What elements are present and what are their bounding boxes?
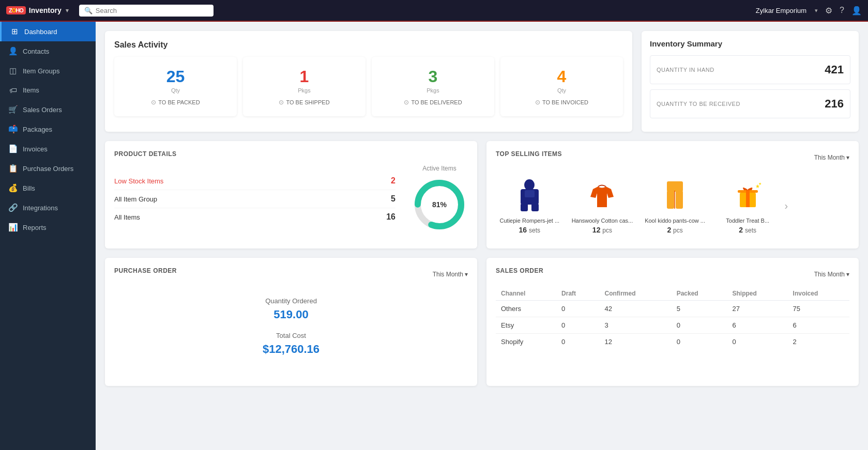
sales-order-panel: SALES ORDER This Month ▾ Channel Draft C… [486,258,859,386]
app-dropdown-arrow[interactable]: ▾ [66,7,69,14]
low-stock-count: 2 [391,176,395,185]
po-cost-label: Total Cost [114,332,468,339]
search-icon: 🔍 [84,7,93,14]
activity-card-invoiced[interactable]: 4 Qty ⊙ TO BE INVOICED [500,57,623,116]
purchase-orders-icon: 📋 [8,164,18,173]
settings-icon[interactable]: ⚙ [825,6,832,15]
sidebar-item-invoices[interactable]: 📄 Invoices [0,139,96,159]
row-confirmed: 42 [600,301,672,317]
row-confirmed: 12 [600,334,672,350]
sidebar-item-contacts[interactable]: 👤 Contacts [0,41,96,61]
low-stock-row[interactable]: Low Stock Items 2 [114,172,395,190]
svg-rect-9 [676,191,683,209]
top-item-4-img: ★ ★ [732,177,763,213]
product-details-inner: Low Stock Items 2 All Item Group 5 All I… [114,165,468,233]
top-item-3-img [660,177,691,213]
so-period-btn[interactable]: This Month ▾ [814,271,849,278]
top-item-3-qty: 2 pcs [644,226,706,234]
avatar[interactable]: 👤 [851,6,862,15]
delivered-status-icon: ⊙ [404,99,409,106]
top-item-1-name: Cutiepie Rompers-jet ... [499,218,560,224]
topbar-right: Zylkar Emporium ▾ ⚙ ? 👤 [756,6,862,15]
svg-rect-8 [667,191,674,209]
row-invoiced: 2 [788,334,849,350]
sidebar-item-packages[interactable]: 📫 Packages [0,119,96,139]
product-details-panel: PRODUCT DETAILS Low Stock Items 2 All It… [105,141,477,249]
inventory-summary-title: Inventory Summary [650,39,850,48]
row-packed: 0 [672,317,727,334]
top-selling-header: TOP SELLING ITEMS This Month ▾ [496,150,849,165]
zoho-logo: ZOHO [6,6,26,14]
row-packed: 0 [672,334,727,350]
top-selling-next-arrow[interactable]: › [785,200,788,212]
activity-card-packed[interactable]: 25 Qty ⊙ TO BE PACKED [114,57,237,116]
items-icon: 🏷 [8,86,18,95]
svg-rect-7 [667,181,683,192]
logo: ZOHO Inventory ▾ [6,6,69,14]
purchase-order-panel: PURCHASE ORDER This Month ▾ Quantity Ord… [105,258,477,386]
so-table-body: Others 0 42 5 27 75 Etsy 0 3 0 6 6 Shopi… [496,301,849,350]
search-bar[interactable]: 🔍 [79,5,214,17]
delivered-number: 3 [380,67,486,86]
period-arrow: ▾ [846,154,849,161]
row-channel: Etsy [496,317,556,334]
top-item-2-name: Hanswooly Cotton cas... [572,218,633,224]
row-draft: 0 [556,334,599,350]
qty-to-receive-label: QUANTITY TO BE RECEIVED [657,101,740,107]
activity-card-delivered[interactable]: 3 Pkgs ⊙ TO BE DELIVERED [372,57,494,116]
top-item-2-img [587,177,618,213]
period-label: This Month [814,154,845,161]
so-period-label: This Month [814,271,845,278]
top-selling-period[interactable]: This Month ▾ [814,154,849,161]
sidebar-item-integrations[interactable]: 🔗 Integrations [0,198,96,218]
inventory-summary-panel: Inventory Summary QUANTITY IN HAND 421 Q… [642,31,859,132]
row-draft: 0 [556,301,599,317]
top-selling-panel: TOP SELLING ITEMS This Month ▾ [486,141,859,249]
top-item-4-unit: sets [745,227,756,234]
search-input[interactable] [96,7,208,14]
sidebar-item-purchase-orders[interactable]: 📋 Purchase Orders [0,159,96,178]
reports-icon: 📊 [8,223,18,232]
row-invoiced: 75 [788,301,849,317]
all-items-label: All Items [114,213,140,221]
activity-card-shipped[interactable]: 1 Pkgs ⊙ TO BE SHIPPED [243,57,366,116]
svg-rect-5 [531,204,539,211]
dashboard-icon: ⊞ [10,27,19,36]
table-row: Shopify 0 12 0 0 2 [496,334,849,350]
all-items-row: All Items 16 [114,208,395,226]
org-name: Zylkar Emporium [756,7,806,14]
po-content: Quantity Ordered 519.00 Total Cost $12,7… [114,287,468,377]
sales-activity-panel: Sales Activity 25 Qty ⊙ TO BE PACKED 1 P… [105,31,632,132]
sidebar-item-reports[interactable]: 📊 Reports [0,218,96,237]
sidebar-item-sales-orders[interactable]: 🛒 Sales Orders [0,100,96,119]
sidebar-item-label: Integrations [23,204,58,212]
po-period-btn[interactable]: This Month ▾ [433,271,468,278]
product-details-title: PRODUCT DETAILS [114,150,468,158]
sidebar-item-label: Bills [23,184,35,192]
low-stock-label[interactable]: Low Stock Items [114,177,163,185]
shipped-status: ⊙ TO BE SHIPPED [251,99,357,106]
sidebar-item-items[interactable]: 🏷 Items [0,81,96,100]
contacts-icon: 👤 [8,46,18,56]
qty-in-hand-label: QUANTITY IN HAND [657,67,714,73]
sidebar-item-label: Purchase Orders [23,165,73,173]
top-item-1-qty: 16 sets [499,226,560,234]
sidebar-item-item-groups[interactable]: ◫ Item Groups [0,61,96,81]
sidebar-item-dashboard[interactable]: ⊞ Dashboard [0,22,96,41]
donut-chart-container: Active Items 81% [411,165,468,233]
sidebar-item-label: Dashboard [24,28,57,36]
top-item-2-unit: pcs [602,227,612,234]
donut-percent: 81% [432,200,447,209]
col-draft: Draft [556,287,599,301]
org-dropdown-arrow[interactable]: ▾ [815,7,818,14]
sales-orders-icon: 🛒 [8,105,18,114]
help-icon[interactable]: ? [840,6,844,15]
delivered-unit: Pkgs [380,87,486,94]
top-items-grid: Cutiepie Rompers-jet ... 16 sets Hanswoo… [496,172,782,239]
packed-status-icon: ⊙ [151,99,156,106]
top-item-1-img [514,177,545,213]
sidebar-item-label: Reports [23,224,47,231]
product-list: Low Stock Items 2 All Item Group 5 All I… [114,172,395,226]
sidebar-item-bills[interactable]: 💰 Bills [0,178,96,198]
col-packed: Packed [672,287,727,301]
